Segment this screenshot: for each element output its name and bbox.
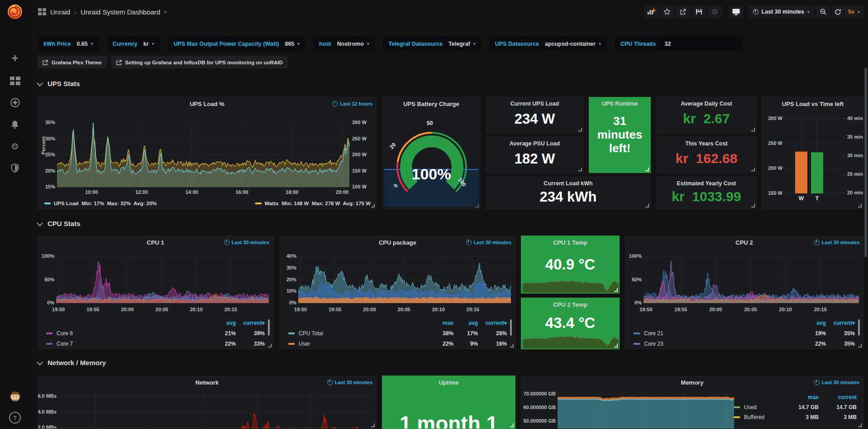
section-ups-stats[interactable]: UPS Stats xyxy=(38,80,80,87)
refresh-interval-picker[interactable]: 5s ▾ xyxy=(844,5,863,18)
external-link-icon xyxy=(43,60,48,65)
sidebar-item-create[interactable]: + xyxy=(0,49,30,67)
series-color-marker xyxy=(734,416,740,418)
legend-sort-current[interactable]: current▾ xyxy=(236,320,265,326)
legend-row: User 22% 9% 16% xyxy=(288,338,507,349)
chart-legend: max current Used 14.7 GB 14.7 GB Buffere… xyxy=(734,392,857,422)
legend-item-watts[interactable]: Watts Min: 148 W Max: 278 W Avg: 175 W xyxy=(255,201,371,206)
panel-cpu-1: CPU 1 Last 30 minutes avg current▾ Core … xyxy=(38,236,273,349)
variable-ups-max-output[interactable]: UPS Max Output Power Capacity (Watt) 865… xyxy=(168,36,306,52)
page-scrollbar[interactable] xyxy=(864,68,867,257)
legend-series-toggle[interactable]: Core 21 xyxy=(634,330,801,337)
user-avatar[interactable] xyxy=(0,386,30,406)
variable-host[interactable]: host Nostromo▾ xyxy=(313,36,375,52)
panel-title[interactable]: Network xyxy=(38,379,376,386)
panel-title[interactable]: Memory xyxy=(521,379,863,386)
legend-series-toggle[interactable]: Core 7 xyxy=(46,341,211,347)
legend-sort-avg[interactable]: avg xyxy=(801,320,826,326)
sidebar-item-configuration[interactable]: ⚙ xyxy=(0,137,30,155)
legend-series-toggle[interactable]: Core 6 xyxy=(46,330,211,337)
panel-time-range-link[interactable]: Last 30 minutes xyxy=(327,380,372,385)
star-dashboard-button[interactable] xyxy=(660,5,674,18)
breadcrumb-dashboard-title[interactable]: Unraid System Dashboard xyxy=(81,8,160,16)
panel-title[interactable]: This Years Cost xyxy=(657,140,756,147)
grafana-logo-icon[interactable] xyxy=(6,3,24,21)
legend-row: Core 7 22% 33% xyxy=(46,338,265,349)
zoom-out-time-button[interactable] xyxy=(816,5,830,18)
legend-sort-avg[interactable]: avg xyxy=(211,320,236,326)
sidebar-item-server-admin[interactable] xyxy=(0,159,30,177)
legend-value: 35% xyxy=(826,330,855,337)
cpu2-chart[interactable] xyxy=(625,236,863,317)
legend-scrollbar[interactable] xyxy=(858,319,860,336)
save-dashboard-button[interactable] xyxy=(692,5,706,18)
panel-title[interactable]: Uptime xyxy=(382,379,515,386)
variable-currency[interactable]: Currency kr▾ xyxy=(107,36,160,52)
panel-time-range-link[interactable]: Last 30 minutes xyxy=(466,240,511,245)
plus-icon: + xyxy=(11,53,18,63)
panel-time-range-link[interactable]: Last 30 minutes xyxy=(814,240,859,245)
cpu-threads-input[interactable]: 32 xyxy=(660,38,736,50)
section-cpu-stats[interactable]: CPU Stats xyxy=(38,220,81,227)
chart-legend: UPS Load Min: 17% Max: 32% Avg: 20% Watt… xyxy=(44,201,371,206)
variable-ups-datasource[interactable]: UPS Datasource apcupsd-container▾ xyxy=(489,36,607,52)
sidebar-item-explore[interactable] xyxy=(0,93,30,111)
panel-title[interactable]: Average PSU Load xyxy=(486,140,583,147)
cpu1-chart[interactable] xyxy=(38,236,273,317)
time-range-picker[interactable]: Last 30 minutes ▾ xyxy=(749,5,815,18)
sidebar-item-alerting[interactable] xyxy=(0,116,30,134)
add-panel-button[interactable] xyxy=(644,5,658,18)
ups-load-chart[interactable] xyxy=(38,97,377,199)
chevron-down-icon[interactable]: ▾ xyxy=(164,10,167,14)
sidebar-item-help[interactable]: ? xyxy=(0,406,30,429)
axis-tick-label: 25 min xyxy=(847,171,863,177)
variable-kwh-price[interactable]: kWh Price 0.65▾ xyxy=(38,36,99,52)
panel-title[interactable]: Current Load kWh xyxy=(486,180,650,187)
axis-tick-label: 19:55 xyxy=(86,307,99,312)
sidebar-item-dashboards[interactable] xyxy=(0,72,30,90)
clock-icon xyxy=(332,101,338,106)
legend-sort-current[interactable]: current▾ xyxy=(826,320,855,326)
cpu-package-chart[interactable] xyxy=(280,236,515,317)
legend-sort-current[interactable]: current xyxy=(819,394,857,400)
link-ups-monitoring-guide[interactable]: Setting up Grafana and InfluxDB for UPS … xyxy=(111,56,288,68)
legend-scrollbar[interactable] xyxy=(510,319,512,336)
variable-telegraf-datasource[interactable]: Telegraf Datasource Telegraf▾ xyxy=(383,36,482,52)
panel-title[interactable]: Current UPS Load xyxy=(486,101,583,107)
panel-title[interactable]: CPU 1 Temp xyxy=(521,239,619,246)
legend-sort-avg[interactable]: avg xyxy=(453,320,478,326)
panel-time-range-link[interactable]: Last 30 minutes xyxy=(814,380,859,385)
panel-title[interactable]: CPU 2 Temp xyxy=(521,301,619,308)
legend-sort-max[interactable]: max xyxy=(785,394,819,400)
cycle-view-mode-button[interactable] xyxy=(729,5,743,18)
axis-tick-label: 20:00 xyxy=(121,307,134,312)
legend-item-ups-load[interactable]: UPS Load Min: 17% Max: 32% Avg: 20% xyxy=(44,201,157,206)
variable-value: 865 xyxy=(285,41,294,47)
legend-scrollbar[interactable] xyxy=(268,319,270,336)
section-network-memory[interactable]: Network / Memory xyxy=(38,359,106,366)
legend-sort-current[interactable]: current▾ xyxy=(478,320,507,326)
legend-series-toggle[interactable]: Core 23 xyxy=(634,341,801,347)
legend-value: 33% xyxy=(236,341,265,347)
legend-series-toggle[interactable]: User xyxy=(288,341,429,347)
refresh-button[interactable] xyxy=(832,5,844,18)
panel-title[interactable]: UPS Load % xyxy=(38,101,376,107)
panel-title[interactable]: UPS Load vs Time left xyxy=(763,101,863,107)
dashboard-settings-button[interactable]: ⚙ xyxy=(708,5,722,18)
legend-series-toggle[interactable]: Buffered xyxy=(734,414,785,420)
chevron-down-icon xyxy=(37,80,43,86)
battery-charge-gauge[interactable] xyxy=(382,97,481,209)
share-dashboard-button[interactable] xyxy=(676,5,690,18)
legend-sort-max[interactable]: max xyxy=(429,320,453,326)
panel-title[interactable]: UPS Runtime xyxy=(589,101,650,107)
breadcrumb-folder[interactable]: Unraid xyxy=(50,8,70,16)
panel-time-range-link[interactable]: Last 30 minutes xyxy=(224,240,269,245)
legend-header-row: max avg current▾ xyxy=(288,318,507,328)
legend-series-toggle[interactable]: CPU Total xyxy=(288,330,429,337)
panel-title[interactable]: Average Daily Cost xyxy=(657,101,756,107)
panel-title[interactable]: UPS Battery Charge xyxy=(382,101,480,107)
link-grafana-plex-theme[interactable]: Grafana Plex Theme xyxy=(38,56,107,68)
panel-time-range-link[interactable]: Last 12 hours xyxy=(332,101,372,106)
legend-series-toggle[interactable]: Used xyxy=(734,404,785,410)
panel-title[interactable]: Estimated Yearly Cost xyxy=(657,180,756,187)
